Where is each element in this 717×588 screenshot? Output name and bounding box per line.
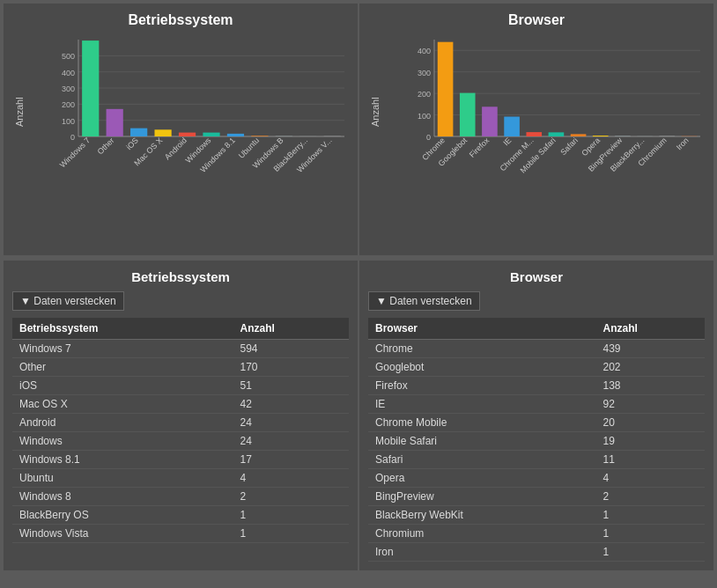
os-count-cell: 2 xyxy=(233,488,349,506)
browser-name-cell: BingPreview xyxy=(368,488,595,506)
browser-name-cell: Googlebot xyxy=(368,358,595,377)
table-row: iOS51 xyxy=(12,377,349,395)
os-count-cell: 4 xyxy=(233,469,349,488)
os-count-cell: 1 xyxy=(233,506,349,525)
svg-text:Firefox: Firefox xyxy=(468,136,492,159)
svg-rect-48 xyxy=(438,42,454,136)
svg-text:500: 500 xyxy=(62,52,75,61)
os-name-cell: iOS xyxy=(12,377,233,395)
os-count-cell: 51 xyxy=(233,377,349,395)
table-row: Other170 xyxy=(12,358,349,377)
browser-name-cell: Firefox xyxy=(368,377,595,395)
browser-count-cell: 202 xyxy=(595,358,705,377)
browser-table-panel: Browser ▼ Daten verstecken Browser Anzah… xyxy=(359,261,713,570)
browser-count-cell: 439 xyxy=(595,340,705,358)
svg-text:iOS: iOS xyxy=(124,136,140,151)
svg-text:400: 400 xyxy=(418,47,431,55)
svg-rect-54 xyxy=(504,117,520,136)
browser-count-cell: 1 xyxy=(595,506,705,525)
os-count-cell: 24 xyxy=(233,432,349,451)
browser-chart-panel: Browser Anzahl 0100200300400ChromeGoogle… xyxy=(359,4,713,255)
table-row: Firefox138 xyxy=(368,377,705,395)
browser-count-cell: 20 xyxy=(595,414,705,432)
browser-count-cell: 2 xyxy=(595,488,705,506)
svg-text:Windows 7: Windows 7 xyxy=(58,136,92,169)
os-count-cell: 594 xyxy=(233,340,349,358)
os-chart-panel: Betriebssystem Anzahl 0100200300400500Wi… xyxy=(4,4,358,255)
os-col1-header: Betriebssystem xyxy=(12,318,233,340)
os-count-cell: 24 xyxy=(233,414,349,432)
os-name-cell: Windows 8 xyxy=(12,488,233,506)
browser-name-cell: Opera xyxy=(368,469,595,488)
browser-count-cell: 11 xyxy=(595,451,705,469)
os-name-cell: Windows 7 xyxy=(12,340,233,358)
svg-text:200: 200 xyxy=(62,100,75,109)
browser-name-cell: Iron xyxy=(368,543,595,562)
browser-name-cell: Chrome xyxy=(368,340,595,358)
table-row: Windows 7594 xyxy=(12,340,349,358)
svg-text:100: 100 xyxy=(418,112,431,121)
table-row: Mac OS X42 xyxy=(12,395,349,414)
table-row: Iron1 xyxy=(368,543,705,562)
table-row: Android24 xyxy=(12,414,349,432)
svg-text:200: 200 xyxy=(418,90,431,99)
os-name-cell: BlackBerry OS xyxy=(12,506,233,525)
os-toggle-button[interactable]: ▼ Daten verstecken xyxy=(12,291,124,311)
svg-rect-14 xyxy=(82,40,99,136)
svg-text:0: 0 xyxy=(70,133,75,142)
os-name-cell: Ubuntu xyxy=(12,469,233,488)
table-row: Safari11 xyxy=(368,451,705,469)
browser-count-cell: 4 xyxy=(595,469,705,488)
os-table-title: Betriebssystem xyxy=(12,269,349,284)
os-data-table: Betriebssystem Anzahl Windows 7594Other1… xyxy=(12,318,349,543)
table-row: Opera4 xyxy=(368,469,705,488)
os-count-cell: 17 xyxy=(233,451,349,469)
browser-toggle-label: ▼ Daten verstecken xyxy=(376,295,472,307)
table-row: BlackBerry OS1 xyxy=(12,506,349,525)
browser-count-cell: 1 xyxy=(595,525,705,543)
browser-name-cell: BlackBerry WebKit xyxy=(368,506,595,525)
browser-count-cell: 1 xyxy=(595,543,705,562)
svg-rect-18 xyxy=(130,129,147,136)
svg-text:300: 300 xyxy=(418,69,431,77)
table-row: Chrome439 xyxy=(368,340,705,358)
table-row: BlackBerry WebKit1 xyxy=(368,506,705,525)
os-count-cell: 170 xyxy=(233,358,349,377)
browser-col2-header: Anzahl xyxy=(595,318,705,340)
svg-text:Safari: Safari xyxy=(558,136,580,157)
table-row: IE92 xyxy=(368,395,705,414)
table-row: Windows 82 xyxy=(12,488,349,506)
browser-name-cell: Chrome Mobile xyxy=(368,414,595,432)
svg-text:0: 0 xyxy=(426,133,431,142)
svg-rect-16 xyxy=(107,109,123,136)
browser-count-cell: 92 xyxy=(595,395,705,414)
table-row: Chromium1 xyxy=(368,525,705,543)
svg-text:400: 400 xyxy=(62,69,75,77)
os-count-cell: 1 xyxy=(233,525,349,543)
svg-text:Iron: Iron xyxy=(675,136,691,151)
os-name-cell: Mac OS X xyxy=(12,395,233,414)
browser-chart-title: Browser xyxy=(368,12,705,28)
os-name-cell: Other xyxy=(12,358,233,377)
table-row: BingPreview2 xyxy=(368,488,705,506)
browser-y-label: Anzahl xyxy=(370,35,381,189)
browser-count-cell: 19 xyxy=(595,432,705,451)
os-chart-title: Betriebssystem xyxy=(12,12,349,28)
browser-name-cell: IE xyxy=(368,395,595,414)
os-toggle-label: ▼ Daten verstecken xyxy=(20,295,116,307)
os-name-cell: Android xyxy=(12,414,233,432)
table-row: Windows 8.117 xyxy=(12,451,349,469)
os-y-label: Anzahl xyxy=(14,35,25,189)
browser-toggle-button[interactable]: ▼ Daten verstecken xyxy=(368,291,480,311)
svg-rect-52 xyxy=(482,107,498,136)
browser-col1-header: Browser xyxy=(368,318,595,340)
svg-text:IE: IE xyxy=(501,136,513,147)
table-row: Mobile Safari19 xyxy=(368,432,705,451)
svg-text:Other: Other xyxy=(96,136,116,156)
svg-rect-20 xyxy=(154,129,171,136)
browser-table-title: Browser xyxy=(368,269,705,284)
os-name-cell: Windows Vista xyxy=(12,525,233,543)
svg-text:100: 100 xyxy=(62,117,75,126)
os-name-cell: Windows 8.1 xyxy=(12,451,233,469)
table-row: Ubuntu4 xyxy=(12,469,349,488)
